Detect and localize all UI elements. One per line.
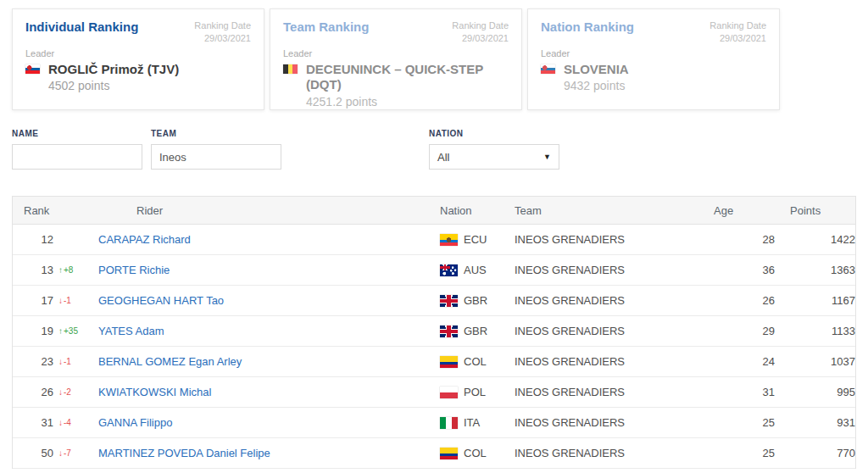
team-name: INEOS GRENADIERS <box>499 447 690 459</box>
chevron-down-icon: ▼ <box>543 153 551 161</box>
rank-value: 12 <box>24 233 53 246</box>
great-britain-flag-icon <box>440 326 458 337</box>
nation-code: GBR <box>464 325 487 337</box>
leader-name: DECEUNINCK – QUICK-STEP (DQT) <box>306 62 509 94</box>
rank-value: 26 <box>24 386 53 398</box>
team-filter-label: TEAM <box>151 129 281 138</box>
rank-value: 17 <box>24 294 53 307</box>
table-row: 26 -2 KWIATKOWSKI Michal POL INEOS GRENA… <box>13 377 855 408</box>
points-value: 1167 <box>775 294 855 307</box>
team-ranking-title[interactable]: Team Ranking <box>283 19 369 34</box>
poland-flag-icon <box>440 387 458 398</box>
rider-link[interactable]: GANNA Filippo <box>98 416 172 429</box>
rider-header: Rider <box>130 204 425 217</box>
rank-change: +8 <box>53 265 92 275</box>
colombia-flag-icon <box>440 356 458 368</box>
nation-code: COL <box>464 447 487 459</box>
tab-individual-ranking[interactable]: Individual Ranking Ranking Date 29/03/20… <box>12 8 264 110</box>
individual-ranking-title[interactable]: Individual Ranking <box>25 19 138 34</box>
tab-team-ranking[interactable]: Team Ranking Ranking Date 29/03/2021 Lea… <box>270 8 522 110</box>
ranking-date-value: 29/03/2021 <box>194 32 251 45</box>
nation-code: ITA <box>464 416 480 429</box>
nation-filter-label: NATION <box>429 129 559 138</box>
rank-value: 13 <box>24 264 53 276</box>
leader-name: SLOVENIA <box>564 62 629 78</box>
team-name: INEOS GRENADIERS <box>499 355 690 368</box>
nation-header: Nation <box>425 204 499 217</box>
points-value: 1037 <box>775 355 855 368</box>
rank-change: -4 <box>53 418 92 427</box>
table-row: 13 +8 PORTE Richie AUS INEOS GRENADIERS … <box>13 255 855 286</box>
nation-code: POL <box>464 386 486 398</box>
ranking-tabs: Individual Ranking Ranking Date 29/03/20… <box>12 8 856 110</box>
ranking-table: Rank Rider Nation Team Age Points 12 CAR… <box>12 196 856 469</box>
tab-nation-ranking[interactable]: Nation Ranking Ranking Date 29/03/2021 L… <box>527 8 780 110</box>
points-value: 1422 <box>775 233 855 246</box>
australia-flag-icon <box>440 264 458 276</box>
leader-points: 4502 points <box>48 79 179 92</box>
leader-name: ROGLIČ Primož (TJV) <box>48 62 179 78</box>
ranking-date-label: Ranking Date <box>709 19 766 32</box>
rider-link[interactable]: GEOGHEGAN HART Tao <box>98 294 224 307</box>
ranking-date: Ranking Date 29/03/2021 <box>709 19 766 45</box>
filter-bar: NAME TEAM NATION All ▼ <box>12 129 856 170</box>
rank-change: -1 <box>53 296 92 305</box>
points-value: 1133 <box>775 325 855 337</box>
rank-value: 50 <box>24 447 53 459</box>
rider-link[interactable]: BERNAL GOMEZ Egan Arley <box>98 355 242 368</box>
table-row: 12 CARAPAZ Richard ECU INEOS GRENADIERS … <box>13 225 855 255</box>
team-name: INEOS GRENADIERS <box>499 386 690 398</box>
rider-link[interactable]: CARAPAZ Richard <box>98 233 191 246</box>
name-filter-label: NAME <box>12 129 142 138</box>
team-name: INEOS GRENADIERS <box>499 325 690 337</box>
great-britain-flag-icon <box>440 295 458 307</box>
age-value: 25 <box>690 447 775 459</box>
team-name: INEOS GRENADIERS <box>499 294 690 307</box>
rider-link[interactable]: MARTINEZ POVEDA Daniel Felipe <box>98 447 270 459</box>
age-value: 25 <box>690 416 775 429</box>
nation-ranking-title[interactable]: Nation Ranking <box>541 19 634 34</box>
leader-label: Leader <box>283 48 509 58</box>
slovenia-flag-icon <box>25 64 40 74</box>
table-header-row: Rank Rider Nation Team Age Points <box>13 197 855 225</box>
table-row: 31 -4 GANNA Filippo ITA INEOS GRENADIERS… <box>13 408 855 438</box>
nation-select-value: All <box>437 151 449 164</box>
name-filter-input[interactable] <box>12 144 142 170</box>
points-header: Points <box>775 204 855 217</box>
points-value: 1363 <box>775 264 855 276</box>
team-name: INEOS GRENADIERS <box>499 264 690 276</box>
rank-value: 23 <box>24 355 53 368</box>
rider-link[interactable]: YATES Adam <box>98 325 164 337</box>
nation-select[interactable]: All ▼ <box>429 144 559 170</box>
age-value: 26 <box>690 294 775 307</box>
team-header: Team <box>499 204 690 217</box>
ecuador-flag-icon <box>440 234 458 246</box>
team-name: INEOS GRENADIERS <box>499 233 690 246</box>
leader-label: Leader <box>25 48 251 58</box>
rank-value: 19 <box>24 325 53 337</box>
age-value: 28 <box>690 233 775 246</box>
team-filter-input[interactable] <box>151 144 281 170</box>
rider-link[interactable]: PORTE Richie <box>98 264 170 276</box>
age-header: Age <box>690 204 775 217</box>
points-value: 931 <box>775 416 855 429</box>
table-row: 50 -7 MARTINEZ POVEDA Daniel Felipe COL … <box>13 438 855 469</box>
rank-header: Rank <box>24 204 92 217</box>
nation-code: ECU <box>464 233 487 246</box>
rank-change: +35 <box>53 326 92 336</box>
age-value: 29 <box>690 325 775 337</box>
slovenia-flag-icon <box>541 64 555 74</box>
rider-link[interactable]: KWIATKOWSKI Michal <box>98 386 211 398</box>
ranking-date-value: 29/03/2021 <box>709 32 766 45</box>
italy-flag-icon <box>440 417 458 429</box>
ranking-date: Ranking Date 29/03/2021 <box>452 19 509 45</box>
points-value: 770 <box>775 447 855 459</box>
rank-value: 31 <box>24 416 53 429</box>
rank-change: -2 <box>53 387 92 397</box>
nation-code: GBR <box>464 294 487 307</box>
age-value: 36 <box>690 264 775 276</box>
ranking-date: Ranking Date 29/03/2021 <box>194 19 251 45</box>
age-value: 24 <box>690 355 775 368</box>
leader-label: Leader <box>541 48 766 58</box>
rank-change: -7 <box>53 448 92 458</box>
